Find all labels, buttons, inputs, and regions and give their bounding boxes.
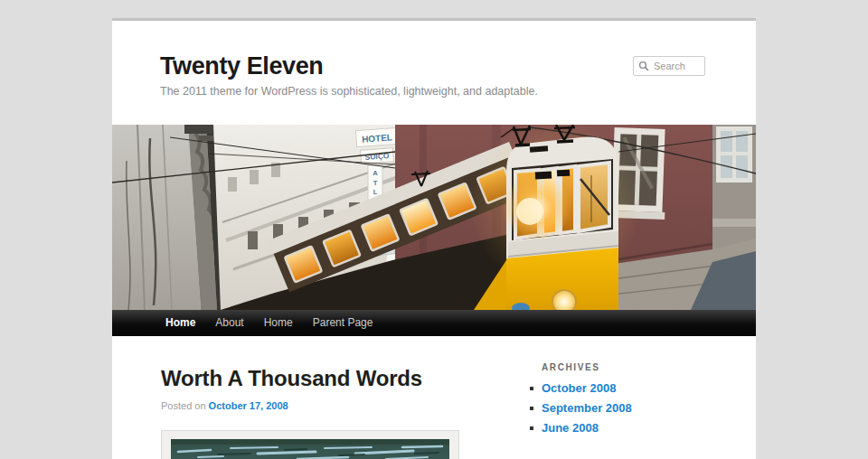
archive-link-september-2008[interactable]: September 2008 <box>542 401 632 415</box>
archive-link-june-2008[interactable]: June 2008 <box>542 421 599 435</box>
attachment-frame[interactable] <box>161 430 459 459</box>
main-nav: Home About Home Parent Page <box>112 310 756 336</box>
site-header: Twenty Eleven The 2011 theme for WordPre… <box>112 21 756 125</box>
water-photo <box>171 439 449 459</box>
nav-item-about[interactable]: About <box>205 310 253 336</box>
nav-item-home[interactable]: Home <box>156 310 205 336</box>
bullet-icon <box>530 407 533 410</box>
bullet-icon <box>530 387 533 390</box>
site-tagline: The 2011 theme for WordPress is sophisti… <box>160 85 756 98</box>
archive-link-october-2008[interactable]: October 2008 <box>542 381 616 395</box>
nav-item-home-2[interactable]: Home <box>254 310 303 336</box>
left-building-wall <box>112 125 228 310</box>
archives-widget-title: ARCHIVES <box>542 362 673 372</box>
bullet-icon <box>530 426 533 430</box>
nav-item-parent-page[interactable]: Parent Page <box>303 310 383 336</box>
archives-list: October 2008 September 2008 June 2008 <box>523 381 673 435</box>
header-image: HOTEL SUIÇO ATLANTICO <box>112 125 756 310</box>
list-item: October 2008 <box>523 381 673 395</box>
post-meta: Posted on October 17, 2008 <box>161 400 523 411</box>
search-form <box>633 56 705 76</box>
post-date-link[interactable]: October 17, 2008 <box>209 400 288 411</box>
content: Worth A Thousand Words Posted on October… <box>112 336 756 459</box>
page: Twenty Eleven The 2011 theme for WordPre… <box>112 18 756 459</box>
posted-on-label: Posted on <box>161 400 206 411</box>
post-title[interactable]: Worth A Thousand Words <box>161 366 523 391</box>
sidebar: ARCHIVES October 2008 September 2008 Jun… <box>523 361 714 459</box>
list-item: September 2008 <box>523 401 673 415</box>
list-item: June 2008 <box>523 421 673 435</box>
main-column: Worth A Thousand Words Posted on October… <box>161 361 523 459</box>
search-input[interactable] <box>633 56 705 76</box>
